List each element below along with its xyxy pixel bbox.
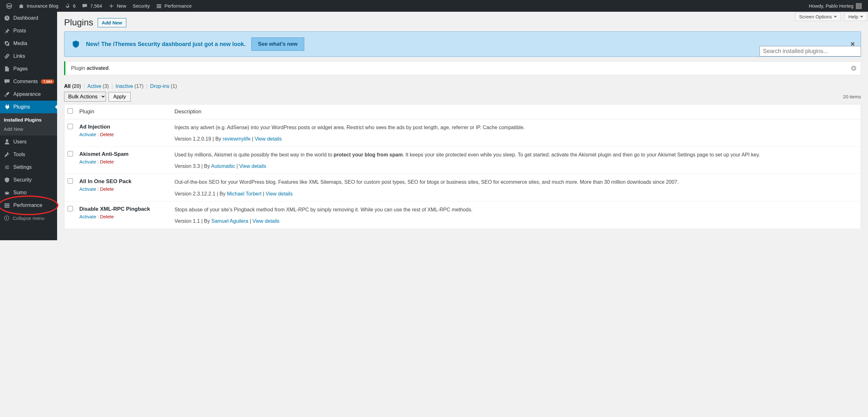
sidebar-item-settings[interactable]: Settings [0,161,57,174]
comments-bubble[interactable]: 7,564 [79,0,105,12]
view-details-link[interactable]: View details [239,163,266,169]
sidebar-item-tools[interactable]: Tools [0,148,57,161]
plugin-name: All In One SEO Pack [79,178,168,185]
avatar [856,3,862,9]
updates[interactable]: 6 [62,0,79,12]
search-plugins-input[interactable] [760,46,861,57]
delete-link[interactable]: Delete [100,186,114,192]
sidebar-item-pages[interactable]: Pages [0,62,57,75]
activated-notice: Plugin activated. [64,61,861,75]
new-content[interactable]: New [105,0,129,12]
sidebar-item-label: Sumo [13,190,27,196]
updates-count: 6 [73,3,75,8]
activate-link[interactable]: Activate [79,186,96,192]
add-new-button[interactable]: Add New [98,18,126,27]
plugin-author-link[interactable]: Michael Torbert [227,191,261,197]
sidebar-item-media[interactable]: Media [0,37,57,50]
filter-all[interactable]: All (20) [64,84,81,89]
plugin-name: Ad Injection [79,124,168,130]
sidebar-item-plugins[interactable]: Plugins [0,100,57,113]
bulk-actions-select[interactable]: Bulk Actions [64,92,106,101]
sidebar-item-users[interactable]: Users [0,136,57,148]
shield-icon [4,177,10,183]
howdy-label: Howdy, Pablo Horteg [809,3,854,8]
plugin-meta: Version 2.3.12.2.1 | By Michael Torbert … [175,191,858,197]
filter-inactive[interactable]: Inactive (17) [116,84,144,89]
sidebar-item-links[interactable]: Links [0,50,57,62]
media-icon [4,40,10,47]
my-account[interactable]: Howdy, Pablo Horteg [806,0,865,12]
sidebar-item-label: Appearance [13,91,41,97]
plugin-description: Used by millions, Akismet is quite possi… [175,151,858,158]
activate-link[interactable]: Activate [79,214,96,219]
plugin-author-link[interactable]: Automattic [211,163,235,169]
dismiss-icon[interactable] [850,65,857,71]
comments-count: 7,564 [90,3,102,8]
sidebar-item-sumo[interactable]: Sumo [0,186,57,199]
plugin-description: Stops abuse of your site's Pingback meth… [175,206,858,213]
plugin-checkbox[interactable] [68,124,73,129]
sidebar-item-label: Pages [13,66,28,72]
chevron-down-icon [860,16,863,18]
brush-icon [4,91,10,97]
sidebar-item-label: Posts [13,28,26,34]
collapse-menu[interactable]: Collapse menu [0,212,57,224]
select-all-checkbox[interactable] [68,108,73,114]
sidebar-item-comments[interactable]: Comments7,564 [0,75,57,88]
delete-link[interactable]: Delete [100,214,114,219]
items-count: 20 items [843,94,861,99]
page-title: Plugins Add New [64,12,861,31]
submenu-add-new[interactable]: Add New [0,124,57,133]
plugin-row: Akismet Anti-Spam Activate|Delete Used b… [64,147,861,174]
sidebar-item-appearance[interactable]: Appearance [0,88,57,100]
filter-dropins[interactable]: Drop-ins (1) [150,84,177,89]
view-details-link[interactable]: View details [266,191,292,197]
wrench-icon [4,151,10,158]
sidebar-item-performance[interactable]: Performance [0,199,57,212]
view-details-link[interactable]: View details [252,218,279,224]
sidebar-item-label: Dashboard [13,15,38,21]
plugin-author-link[interactable]: reviewmylife [223,136,251,142]
crown-icon [4,189,10,196]
plugin-row: Ad Injection Activate|Delete Injects any… [64,119,861,147]
adminbar-security[interactable]: Security [129,0,153,12]
screen-options-button[interactable]: Screen Options [795,12,841,21]
ithemes-notice-text: New! The iThemes Security dashboard just… [86,41,246,48]
sidebar-item-label: Performance [13,203,42,208]
plugin-checkbox[interactable] [68,151,73,156]
comment-icon [82,3,88,9]
settings-icon [4,164,10,171]
delete-link[interactable]: Delete [100,132,114,137]
plugin-row: Disable XML-RPC Pingback Activate|Delete… [64,201,861,229]
wp-logo[interactable] [3,0,15,12]
ithemes-notice: New! The iThemes Security dashboard just… [64,31,861,57]
plugin-row: All In One SEO Pack Activate|Delete Out-… [64,174,861,201]
apply-button[interactable]: Apply [108,92,131,101]
sidebar-item-dashboard[interactable]: Dashboard [0,12,57,24]
chevron-down-icon [834,16,837,18]
filter-links: All (20) | Active (3) | Inactive (17) | … [64,84,861,89]
adminbar-performance[interactable]: Performance [153,0,195,12]
sidebar-item-security[interactable]: Security [0,174,57,186]
activate-link[interactable]: Activate [79,159,96,165]
new-label: New [117,3,126,8]
delete-link[interactable]: Delete [100,159,114,165]
help-button[interactable]: Help [844,12,867,21]
view-details-link[interactable]: View details [255,136,282,142]
plugin-author-link[interactable]: Samuel Aguilera [211,218,248,224]
ithemes-cta-button[interactable]: See what's new [251,37,304,51]
plugin-meta: Version 1.2.0.19 | By reviewmylife | Vie… [175,136,858,142]
plugin-meta: Version 1.1 | By Samuel Aguilera | View … [175,218,858,224]
filter-active[interactable]: Active (3) [88,84,109,89]
activate-link[interactable]: Activate [79,132,96,137]
plug-icon [4,104,10,110]
sidebar-item-label: Media [13,40,27,46]
plugin-checkbox[interactable] [68,206,73,211]
col-plugin: Plugin [76,105,171,119]
col-description: Description [171,105,861,119]
site-name[interactable]: Insurance Blog [15,0,62,12]
plugin-checkbox[interactable] [68,178,73,184]
plugin-meta: Version 3.3 | By Automattic | View detai… [175,163,858,169]
sidebar-item-posts[interactable]: Posts [0,24,57,37]
submenu-installed-plugins[interactable]: Installed Plugins [0,115,57,124]
